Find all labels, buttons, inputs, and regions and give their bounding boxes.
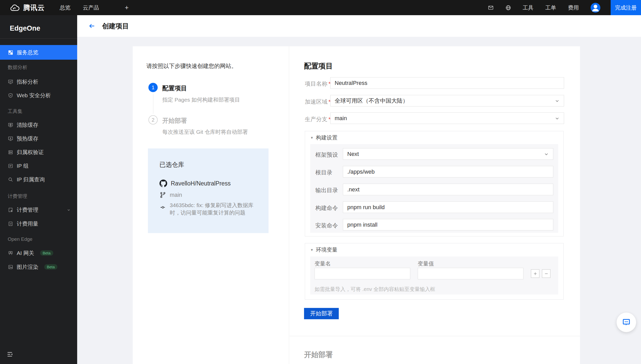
selected-repository-title: 已选仓库 (159, 161, 184, 169)
steps-panel: 请按照以下步骤快速创建您的网站。 1 配置项目 指定 Pages 如何构建和部署… (133, 46, 289, 364)
sidebar-item-label: 归属权验证 (17, 149, 44, 156)
sidebar-item-ip-group[interactable]: IP IP 组 (0, 159, 77, 173)
chat-bubble-icon (622, 318, 631, 327)
tencent-cloud-logo-icon (9, 4, 20, 12)
environment-variables-title: 环境变量 (316, 246, 337, 253)
complete-registration-button[interactable]: 完成注册 (611, 0, 641, 15)
sidebar-item-label: IP 组 (17, 162, 29, 170)
step-1-description: 指定 Pages 如何构建和部署项目 (162, 96, 240, 103)
build-settings-panel: 框架预设 Next 根目录 输出目录 构建命令 安装命令 (310, 144, 558, 233)
step-connector (153, 94, 153, 114)
collapse-sidebar-button[interactable] (6, 350, 14, 359)
topnav-add-tab-button[interactable]: + (125, 4, 129, 12)
root-directory-label: 根目录 (315, 169, 332, 176)
svg-text:IP: IP (10, 165, 12, 167)
support-chat-button[interactable] (617, 313, 636, 332)
framework-selected-value: Next (347, 151, 359, 157)
configure-project-form: 配置项目 项目名称 加速区域 全球可用区（不含中国大陆） 生产分支 main ▼ (289, 46, 580, 364)
topnav-tab-products[interactable]: 云产品 (83, 4, 99, 11)
build-settings-toggle[interactable]: ▼ 构建设置 (310, 131, 337, 144)
collapse-sidebar-icon (6, 350, 14, 359)
globe-icon[interactable] (505, 5, 511, 11)
sidebar-item-label: 服务总览 (17, 49, 38, 56)
step-1-indicator: 1 (148, 83, 158, 92)
selected-repository-box: 已选仓库 RavelloH/NeutralPress main (148, 148, 269, 233)
user-icon (591, 3, 600, 13)
region-select[interactable]: 全球可用区（不含中国大陆） (330, 95, 564, 106)
output-directory-input[interactable] (343, 184, 553, 195)
page-header: 创建项目 (77, 15, 641, 37)
step-2-title: 开始部署 (162, 117, 187, 125)
sidebar-item-web-security-analysis[interactable]: Web 安全分析 (0, 88, 77, 102)
sidebar-item-billing-usage[interactable]: 计费用量 (0, 217, 77, 230)
topnav-link-tools[interactable]: 工具 (523, 4, 533, 11)
main-content: 创建项目 请按照以下步骤快速创建您的网站。 1 配置项目 指定 Pages 如何… (77, 15, 641, 364)
chevron-down-icon (544, 152, 549, 157)
sidebar-item-ai-gateway[interactable]: AI 网关 Beta (0, 246, 77, 260)
sidebar-item-ownership-verification[interactable]: 归属权验证 (0, 145, 77, 159)
environment-variables-toggle[interactable]: ▼ 环境变量 (310, 243, 337, 256)
grid-icon (8, 50, 13, 55)
line-chart-icon (8, 79, 13, 85)
remove-variable-button[interactable] (542, 269, 550, 278)
shield-check-icon (8, 93, 13, 98)
sidebar-item-label: 指标分析 (17, 78, 38, 85)
sidebar-item-billing-management[interactable]: 计费管理 (0, 203, 77, 217)
sidebar-item-ip-lookup[interactable]: IP 归属查询 (0, 173, 77, 186)
sidebar-item-metric-analysis[interactable]: 指标分析 (0, 75, 77, 88)
billing-usage-icon (8, 221, 13, 227)
environment-variables-panel: 变量名 变量值 如需批量导入，可将 .env 全部内容粘贴至变量输入框 (310, 256, 558, 295)
chevron-down-icon (555, 116, 560, 121)
variable-name-input[interactable] (315, 268, 410, 279)
avatar[interactable] (591, 3, 600, 13)
commit-row: 34635bdc: fix: 修复刷写进入数据库时，访问量可能重复计算的问题 (159, 201, 260, 216)
sidebar: EdgeOne 服务总览 数据分析 指标分析 Web 安全分析 工具集 (0, 15, 77, 364)
root-directory-input[interactable] (343, 166, 553, 177)
clear-cache-icon (8, 122, 13, 128)
production-branch-select[interactable]: main (330, 112, 564, 124)
sidebar-item-image-rendering[interactable]: 图片渲染 Beta (0, 260, 77, 274)
branch-row: main (159, 192, 182, 198)
region-label: 加速区域 (305, 98, 331, 106)
collapse-caret-icon: ▼ (310, 248, 314, 252)
collapse-caret-icon: ▼ (310, 136, 314, 140)
install-command-input[interactable] (343, 219, 553, 230)
sidebar-item-service-overview[interactable]: 服务总览 (0, 45, 77, 60)
sidebar-section-billing: 计费管理 (8, 193, 27, 200)
repository-row: RavelloH/NeutralPress (159, 180, 231, 187)
server-list-icon (8, 149, 13, 155)
topnav-link-tickets[interactable]: 工单 (545, 4, 556, 11)
build-command-label: 构建命令 (315, 204, 338, 212)
sidebar-divider (0, 38, 77, 39)
section-divider (289, 336, 580, 336)
step-1-title: 配置项目 (162, 84, 187, 92)
topnav-right: 工具 工单 费用 完成注册 (488, 0, 641, 15)
sidebar-item-clear-cache[interactable]: 清除缓存 (0, 118, 77, 132)
start-deploy-button[interactable]: 开始部署 (304, 308, 339, 319)
add-variable-button[interactable] (531, 269, 539, 278)
back-button[interactable] (88, 22, 96, 30)
topnav-link-billing[interactable]: 费用 (568, 4, 579, 11)
plus-icon (533, 271, 538, 276)
chevron-down-icon (66, 208, 71, 212)
sidebar-section-data-analysis: 数据分析 (8, 64, 27, 71)
brand-name: 腾讯云 (23, 3, 45, 12)
search-icon (8, 177, 13, 182)
framework-preset-select[interactable]: Next (343, 148, 553, 160)
form-title: 配置项目 (304, 61, 333, 71)
production-branch-label: 生产分支 (305, 116, 331, 123)
step-2-description: 每次推送至该 Git 仓库时将自动部署 (162, 128, 248, 136)
topnav-tab-overview[interactable]: 总览 (60, 4, 70, 11)
mail-icon[interactable] (488, 5, 494, 11)
brand[interactable]: 腾讯云 (9, 3, 45, 12)
billing-manage-icon (8, 207, 13, 213)
variable-value-label: 变量值 (418, 260, 434, 267)
build-command-input[interactable] (343, 201, 553, 213)
top-tabs: 总览 云产品 + (60, 4, 141, 12)
sidebar-item-label: 图片渲染 (17, 263, 38, 271)
variable-value-input[interactable] (418, 268, 523, 279)
top-navbar: 腾讯云 总览 云产品 + 工具 工单 费用 (0, 0, 641, 15)
project-name-input[interactable] (330, 77, 564, 89)
preheat-cache-icon (8, 136, 13, 141)
sidebar-item-preheat-cache[interactable]: 预热缓存 (0, 132, 77, 145)
